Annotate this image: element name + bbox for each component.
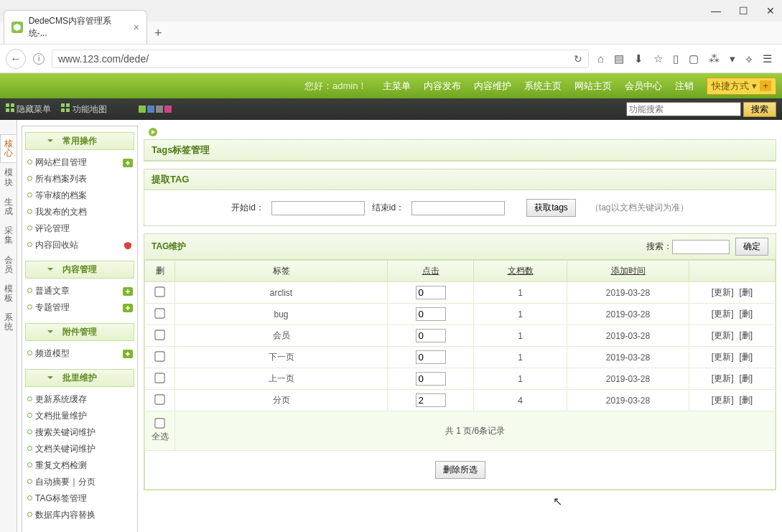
nav-main-menu[interactable]: 主菜单 xyxy=(383,80,411,93)
delete-link[interactable]: [删] xyxy=(740,395,753,405)
url-box[interactable]: www.123.com/dede/ ↻ xyxy=(52,50,589,68)
hits-input[interactable] xyxy=(416,329,446,342)
delete-link[interactable]: [删] xyxy=(740,373,753,383)
update-link[interactable]: [更新] xyxy=(712,373,734,383)
sidebar-item[interactable]: 频道模型 xyxy=(25,345,134,362)
sidebar-item[interactable]: 数据库内容替换 xyxy=(25,507,134,523)
window-min-icon[interactable]: — xyxy=(711,5,721,17)
nav-system-home[interactable]: 系统主页 xyxy=(524,80,562,93)
site-map-link[interactable]: 功能地图 xyxy=(61,103,106,116)
sidebar-section-header[interactable]: 附件管理 xyxy=(25,323,134,341)
clipboard-icon[interactable]: ▯ xyxy=(673,52,679,65)
vtab-gen[interactable]: 生成 xyxy=(0,192,17,221)
nav-site-home[interactable]: 网站主页 xyxy=(574,80,612,93)
sidebar-item[interactable]: 搜索关键词维护 xyxy=(25,424,134,441)
hits-input[interactable] xyxy=(416,393,446,407)
hits-input[interactable] xyxy=(416,350,446,364)
sidebar-section-header[interactable]: 内容管理 xyxy=(25,261,134,279)
bookmark-icon[interactable]: ☆ xyxy=(653,52,663,65)
back-button[interactable]: ← xyxy=(6,49,26,69)
function-search-input[interactable] xyxy=(626,102,741,116)
menu-icon[interactable]: ☰ xyxy=(763,52,772,65)
select-all-checkbox[interactable] xyxy=(154,418,164,428)
sidebar-item[interactable]: 自动摘要｜分页 xyxy=(25,474,134,490)
theme-green-icon[interactable] xyxy=(139,106,146,113)
get-tags-button[interactable]: 获取tags xyxy=(526,199,576,217)
tag-search-input[interactable] xyxy=(672,240,730,254)
nav-content-maint[interactable]: 内容维护 xyxy=(474,80,511,93)
theme-gray-icon[interactable] xyxy=(156,106,163,113)
update-link[interactable]: [更新] xyxy=(712,287,734,297)
start-id-input[interactable] xyxy=(271,201,365,215)
end-id-input[interactable] xyxy=(411,201,505,215)
sidebar-item[interactable]: TAG标签管理 xyxy=(25,490,134,507)
vtab-member[interactable]: 会员 xyxy=(0,251,17,279)
row-checkbox[interactable] xyxy=(154,394,164,404)
delete-link[interactable]: [删] xyxy=(740,309,753,319)
col-docs[interactable]: 文档数 xyxy=(474,261,567,282)
sidebar-section-header[interactable]: 常用操作 xyxy=(25,132,134,150)
quick-menu[interactable]: 快捷方式 ▾ + xyxy=(707,78,776,95)
row-checkbox[interactable] xyxy=(154,373,164,383)
delete-selected-button[interactable]: 删除所选 xyxy=(435,461,485,479)
function-search-button[interactable]: 搜索 xyxy=(743,102,776,117)
tab-close-icon[interactable]: × xyxy=(134,22,139,33)
sidebar-item[interactable]: 文档关键词维护 xyxy=(25,441,134,457)
theme-pink-icon[interactable] xyxy=(164,106,172,113)
hits-input[interactable] xyxy=(416,286,446,299)
panel-icon[interactable]: ▢ xyxy=(689,52,699,65)
theme-blue-icon[interactable] xyxy=(147,106,154,113)
sidebar-item[interactable]: 更新系统缓存 xyxy=(25,391,134,408)
sidebar-item[interactable]: 我发布的文档 xyxy=(25,204,134,220)
new-tab-button[interactable]: + xyxy=(147,23,169,44)
download-icon[interactable]: ⬇ xyxy=(634,52,643,65)
hits-input[interactable] xyxy=(416,307,446,321)
row-checkbox[interactable] xyxy=(154,330,164,340)
window-close-icon[interactable]: ✕ xyxy=(766,5,775,17)
update-link[interactable]: [更新] xyxy=(712,330,734,340)
row-checkbox[interactable] xyxy=(154,286,164,297)
delete-link[interactable]: [删] xyxy=(740,352,753,362)
sidebar-item[interactable]: 内容回收站 xyxy=(25,237,134,253)
sidebar-item[interactable]: 专题管理 xyxy=(25,299,134,316)
search-ok-button[interactable]: 确定 xyxy=(735,238,768,256)
sidebar-item[interactable]: 所有档案列表 xyxy=(25,171,134,187)
nav-member[interactable]: 会员中心 xyxy=(625,80,662,93)
sidebar-item[interactable]: 文档批量维护 xyxy=(25,408,134,424)
sidebar-item[interactable]: 评论管理 xyxy=(25,220,134,237)
row-checkbox[interactable] xyxy=(154,351,164,361)
site-info-icon[interactable]: i xyxy=(33,53,45,65)
vtab-system[interactable]: 系统 xyxy=(0,308,17,337)
paw-icon[interactable]: ⁂ xyxy=(709,52,720,65)
crop-icon[interactable]: ⟡ xyxy=(745,52,753,65)
browser-tab[interactable]: DedeCMS内容管理系统-... × xyxy=(4,10,147,44)
sidebar-section-header[interactable]: 批里维护 xyxy=(25,369,134,387)
col-hits[interactable]: 点击 xyxy=(388,261,474,282)
quick-add-icon[interactable]: + xyxy=(760,80,771,91)
home-icon[interactable]: ⌂ xyxy=(597,52,604,65)
update-link[interactable]: [更新] xyxy=(712,309,734,319)
update-link[interactable]: [更新] xyxy=(712,352,734,362)
sidebar-item[interactable]: 普通文章 xyxy=(25,283,134,299)
update-link[interactable]: [更新] xyxy=(712,395,734,405)
nav-content-pub[interactable]: 内容发布 xyxy=(424,80,461,93)
vtab-module[interactable]: 模块 xyxy=(0,163,17,192)
vtab-core[interactable]: 核心 xyxy=(0,134,17,163)
delete-link[interactable]: [删] xyxy=(740,287,753,297)
hits-input[interactable] xyxy=(416,372,446,386)
col-date[interactable]: 添加时间 xyxy=(567,261,689,282)
vtab-template[interactable]: 模板 xyxy=(0,279,17,308)
vtab-collect[interactable]: 采集 xyxy=(0,221,17,250)
row-checkbox[interactable] xyxy=(154,308,164,318)
sidebar-item[interactable]: 网站栏目管理 xyxy=(25,154,134,171)
reload-icon[interactable]: ↻ xyxy=(574,53,582,65)
sidebar-item[interactable]: 重复文档检测 xyxy=(25,457,134,474)
sidebar-item[interactable]: 等审核的档案 xyxy=(25,187,134,204)
window-max-icon[interactable]: ☐ xyxy=(739,5,748,17)
chevron-down-icon[interactable]: ▾ xyxy=(730,52,735,65)
nav-logout[interactable]: 注销 xyxy=(675,80,694,93)
theme-colors[interactable] xyxy=(139,106,172,113)
hide-menu-link[interactable]: 隐藏菜单 xyxy=(6,103,51,116)
delete-link[interactable]: [删] xyxy=(740,330,753,340)
reader-icon[interactable]: ▤ xyxy=(614,52,624,65)
